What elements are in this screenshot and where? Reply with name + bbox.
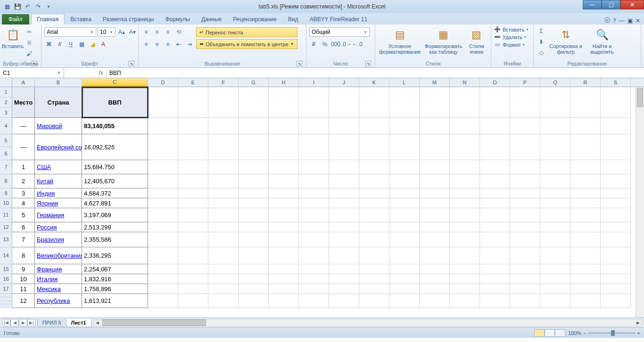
help-icon[interactable]: ? — [613, 17, 616, 24]
cell[interactable] — [420, 284, 450, 294]
cell[interactable] — [601, 247, 631, 264]
cell[interactable] — [359, 222, 389, 232]
cell[interactable]: Мировой — [35, 118, 82, 134]
cell[interactable] — [178, 264, 208, 274]
cell[interactable] — [570, 188, 601, 198]
fx-icon[interactable]: fx — [99, 70, 103, 76]
wrap-text-button[interactable]: ↵Перенос текста — [196, 27, 297, 37]
number-format-combo[interactable]: Общий▼ — [309, 27, 370, 37]
cell[interactable] — [510, 118, 540, 134]
cell[interactable] — [239, 174, 269, 188]
ribbon-tab-6[interactable]: Вид — [282, 14, 304, 24]
cell[interactable] — [389, 208, 420, 222]
align-dialog-icon[interactable]: ⬊ — [297, 61, 302, 66]
cell[interactable] — [480, 208, 510, 222]
formula-input[interactable]: ВВП — [107, 68, 644, 78]
col-header-C[interactable]: C — [82, 78, 148, 87]
cell[interactable]: Место — [12, 87, 35, 118]
align-right-icon[interactable]: ≡ — [163, 40, 173, 49]
ribbon-tab-3[interactable]: Формулы — [160, 14, 196, 24]
cell[interactable] — [269, 247, 299, 264]
cell[interactable] — [329, 208, 359, 222]
cell[interactable] — [359, 274, 389, 284]
col-header-I[interactable]: I — [299, 78, 329, 87]
cell[interactable] — [510, 294, 540, 308]
cell[interactable] — [208, 174, 239, 188]
cell[interactable] — [208, 198, 239, 208]
cell[interactable] — [450, 188, 480, 198]
cell[interactable] — [359, 294, 389, 308]
cell[interactable] — [239, 222, 269, 232]
row-header[interactable]: 15 — [0, 264, 12, 274]
cell[interactable] — [148, 294, 178, 308]
col-header-D[interactable]: D — [148, 78, 178, 87]
ribbon-tab-2[interactable]: Разметка страницы — [97, 14, 160, 24]
cell[interactable]: США — [35, 160, 82, 174]
cell[interactable] — [239, 160, 269, 174]
cell[interactable] — [239, 118, 269, 134]
bold-button[interactable]: Ж — [44, 40, 54, 49]
row-header[interactable]: 7 — [0, 160, 12, 174]
font-size-combo[interactable]: 10▼ — [98, 27, 116, 37]
cell[interactable] — [420, 222, 450, 232]
cell[interactable]: Япония — [35, 198, 82, 208]
cell[interactable] — [329, 274, 359, 284]
cell[interactable] — [269, 274, 299, 284]
cell[interactable] — [450, 274, 480, 284]
prev-sheet-icon[interactable]: ◀ — [10, 319, 19, 326]
cell[interactable]: 10 — [12, 274, 35, 284]
cell[interactable] — [540, 188, 570, 198]
cell[interactable] — [359, 284, 389, 294]
cell[interactable] — [269, 188, 299, 198]
cell[interactable] — [269, 264, 299, 274]
cell[interactable]: 1,758,896 — [82, 284, 148, 294]
cell[interactable] — [178, 134, 208, 160]
cell[interactable] — [389, 294, 420, 308]
align-center-icon[interactable]: ≡ — [152, 40, 162, 49]
cell[interactable] — [389, 188, 420, 198]
cell[interactable] — [601, 232, 631, 247]
cell[interactable] — [208, 247, 239, 264]
cell[interactable] — [601, 208, 631, 222]
cell[interactable] — [329, 294, 359, 308]
cell[interactable] — [299, 188, 329, 198]
cell[interactable] — [269, 118, 299, 134]
cell[interactable] — [208, 232, 239, 247]
cell[interactable] — [299, 118, 329, 134]
cell[interactable] — [510, 87, 540, 118]
cell[interactable] — [601, 174, 631, 188]
cell[interactable]: 12,405,670 — [82, 174, 148, 188]
col-header-R[interactable]: R — [570, 78, 601, 87]
col-header-G[interactable]: G — [239, 78, 269, 87]
cell[interactable] — [239, 294, 269, 308]
row-header[interactable]: 2 — [0, 98, 12, 108]
align-left-icon[interactable]: ≡ — [141, 40, 151, 49]
cell[interactable] — [359, 188, 389, 198]
cell[interactable] — [359, 198, 389, 208]
cell[interactable] — [480, 247, 510, 264]
cell[interactable] — [601, 188, 631, 198]
sheet-tab[interactable]: Лист1 — [66, 319, 91, 327]
cell[interactable] — [148, 87, 178, 118]
cell[interactable] — [148, 222, 178, 232]
cell[interactable]: Россия — [35, 222, 82, 232]
cell[interactable]: 11 — [12, 284, 35, 294]
grid-body[interactable]: МестоСтранаВВП—Мировой83,140,055—Европей… — [12, 87, 644, 308]
cell[interactable] — [389, 222, 420, 232]
cell[interactable] — [148, 247, 178, 264]
font-color-button[interactable]: A — [99, 40, 108, 49]
page-break-view-button[interactable] — [555, 329, 565, 337]
cell[interactable] — [359, 232, 389, 247]
cell[interactable] — [359, 87, 389, 118]
orientation-icon[interactable]: ⟲ — [174, 27, 183, 37]
row-header[interactable]: 14 — [0, 247, 12, 264]
cell[interactable]: 1,832,916 — [82, 274, 148, 284]
cell[interactable] — [148, 232, 178, 247]
merge-center-button[interactable]: ⬌Объединить и поместить в центре▼ — [196, 39, 297, 49]
cell[interactable] — [269, 208, 299, 222]
cell[interactable]: Республика — [35, 294, 82, 308]
comma-icon[interactable]: 000 — [331, 40, 340, 49]
cell[interactable] — [389, 87, 420, 118]
cell[interactable] — [480, 274, 510, 284]
cell[interactable] — [299, 264, 329, 274]
